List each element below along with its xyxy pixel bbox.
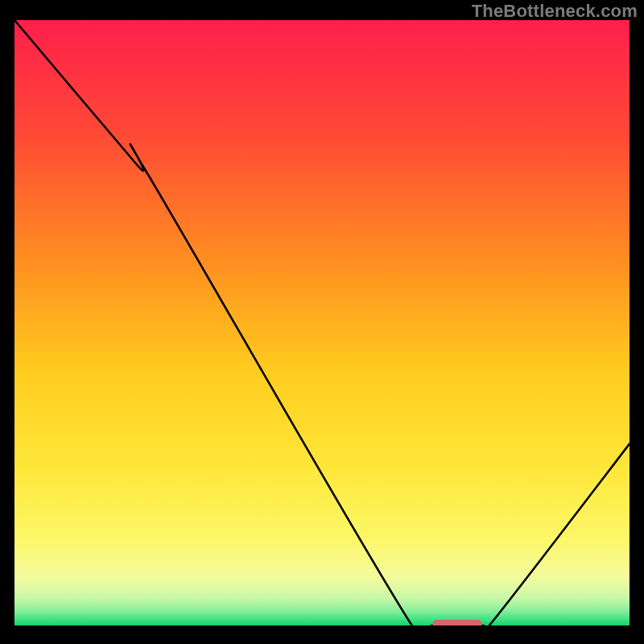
- optimal-marker: [433, 620, 482, 625]
- chart-container: TheBottleneck.com: [0, 0, 644, 644]
- chart-svg: [14, 20, 630, 625]
- gradient-background: [14, 20, 630, 625]
- plot-area: [14, 20, 630, 625]
- watermark-text: TheBottleneck.com: [472, 1, 638, 22]
